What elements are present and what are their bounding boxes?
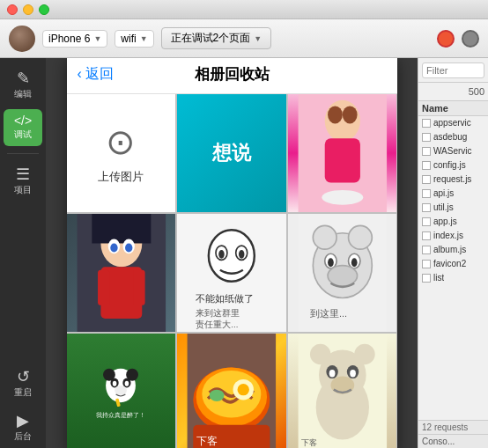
device-dropdown-arrow: ▼ xyxy=(93,34,101,43)
upload-cell[interactable]: ⊙ 上传图片 xyxy=(67,94,176,212)
file-name: request.js xyxy=(433,174,471,184)
panda-cell[interactable]: 我持众真是醉了！ xyxy=(67,334,176,449)
svg-point-20 xyxy=(218,250,225,259)
status-dropdown-arrow: ▼ xyxy=(254,34,262,43)
file-checkbox[interactable] xyxy=(422,133,431,142)
file-name: api.js xyxy=(433,188,454,198)
meme2-cell[interactable]: 到这里... xyxy=(288,214,397,332)
file-item[interactable]: util.js xyxy=(418,201,488,215)
sidebar-console-label: 后台 xyxy=(14,430,32,443)
xiangshuo-cell[interactable]: 想说 xyxy=(177,94,286,212)
bear-meme-image: 下客 xyxy=(288,334,397,449)
sidebar-divider-1 xyxy=(7,153,39,154)
restart-icon: ↺ xyxy=(17,369,30,385)
filter-bar xyxy=(418,58,488,83)
file-name: config.js xyxy=(433,160,466,170)
file-checkbox[interactable] xyxy=(422,217,431,226)
panda-image: 我持众真是醉了！ xyxy=(67,334,176,449)
sidebar-debug-label: 调试 xyxy=(14,129,32,141)
back-chevron-icon: ‹ xyxy=(78,66,82,82)
girl-image xyxy=(288,94,397,212)
svg-rect-8 xyxy=(92,214,151,244)
file-item[interactable]: list xyxy=(418,271,488,285)
file-item[interactable]: album.js xyxy=(418,243,488,257)
file-item[interactable]: favicon2 xyxy=(418,257,488,271)
file-checkbox[interactable] xyxy=(422,231,431,240)
file-checkbox[interactable] xyxy=(422,161,431,170)
svg-point-2 xyxy=(328,106,343,123)
file-checkbox[interactable] xyxy=(422,274,431,283)
girl-cell[interactable] xyxy=(288,94,397,212)
svg-text:责任重大...: 责任重大... xyxy=(196,319,238,328)
file-checkbox[interactable] xyxy=(422,175,431,184)
file-item[interactable]: appservic xyxy=(418,116,488,130)
file-name: app.js xyxy=(433,217,457,226)
debug-status-button[interactable]: 正在调试2个页面 ▼ xyxy=(161,27,272,49)
debug-icon: </> xyxy=(14,114,32,127)
file-checkbox[interactable] xyxy=(422,260,431,268)
file-checkbox[interactable] xyxy=(422,147,431,156)
device-selector[interactable]: iPhone 6 ▼ xyxy=(42,30,107,48)
file-checkbox[interactable] xyxy=(422,246,431,254)
sidebar-restart-label: 重启 xyxy=(14,386,32,399)
svg-point-5 xyxy=(322,189,363,204)
file-item[interactable]: api.js xyxy=(418,187,488,201)
minimize-button[interactable] xyxy=(23,4,33,15)
phone-grid: ⊙ 上传图片 想说 xyxy=(67,94,397,449)
svg-rect-15 xyxy=(133,269,144,305)
svg-point-42 xyxy=(115,386,127,395)
file-name: util.js xyxy=(433,202,454,212)
request-count: 12 requests xyxy=(422,422,468,432)
meme1-cell[interactable]: 不能如纸做了 来到这群里 责任重大... xyxy=(177,214,286,332)
noodle-image: 下客 xyxy=(177,334,286,449)
stop-button[interactable] xyxy=(462,30,479,48)
file-item[interactable]: request.js xyxy=(418,173,488,187)
bear-meme-cell[interactable]: 下客 xyxy=(288,334,397,449)
phone-simulator-area: ‹ 返回 相册回收站 ⊙ 上传图片 想说 xyxy=(46,58,418,448)
sidebar-item-project[interactable]: ☰ 项目 xyxy=(4,161,42,202)
close-button[interactable] xyxy=(7,4,18,15)
file-item[interactable]: WAServic xyxy=(418,144,488,158)
file-checkbox[interactable] xyxy=(422,189,431,198)
right-panel: 500 Name appservicasdebugWAServicconfig.… xyxy=(418,58,488,448)
file-item[interactable]: index.js xyxy=(418,229,488,243)
file-item[interactable]: app.js xyxy=(418,215,488,229)
back-button[interactable]: ‹ 返回 xyxy=(78,65,114,84)
project-icon: ☰ xyxy=(16,166,30,182)
sidebar-item-console[interactable]: ▶ 后台 xyxy=(4,408,42,448)
sidebar-edit-label: 编辑 xyxy=(14,88,32,100)
sidebar-item-edit[interactable]: ✎ 编辑 xyxy=(4,65,42,106)
sidebar-project-label: 项目 xyxy=(14,184,32,196)
svg-point-40 xyxy=(113,380,117,386)
file-item[interactable]: asdebug xyxy=(418,130,488,144)
anime-cell[interactable] xyxy=(67,214,176,332)
file-name: album.js xyxy=(433,245,466,254)
sidebar-item-debug[interactable]: </> 调试 xyxy=(4,109,42,146)
titlebar xyxy=(0,0,488,19)
file-item[interactable]: config.js xyxy=(418,158,488,173)
panda-label: 我持众真是醉了！ xyxy=(94,411,147,420)
file-name: appservic xyxy=(433,118,471,128)
console-icon: ▶ xyxy=(17,413,29,429)
size-display: 500 xyxy=(418,83,488,101)
phone-title: 相册回收站 xyxy=(114,64,351,84)
svg-point-31 xyxy=(328,258,334,267)
svg-point-27 xyxy=(313,225,336,249)
svg-point-61 xyxy=(350,370,356,377)
network-dropdown-arrow: ▼ xyxy=(140,34,148,43)
svg-text:到这里...: 到这里... xyxy=(310,308,347,319)
sidebar-item-restart[interactable]: ↺ 重启 xyxy=(4,364,42,404)
debug-status-label: 正在调试2个页面 xyxy=(171,31,251,46)
file-checkbox[interactable] xyxy=(422,119,431,128)
svg-point-62 xyxy=(330,376,354,393)
meme2-image: 到这里... xyxy=(288,214,397,332)
maximize-button[interactable] xyxy=(39,4,49,15)
filter-input[interactable] xyxy=(422,62,484,78)
network-selector[interactable]: wifi ▼ xyxy=(115,30,153,48)
file-checkbox[interactable] xyxy=(422,203,431,212)
noodle-cell[interactable]: 下客 xyxy=(177,334,286,449)
console-tab[interactable]: Conso... xyxy=(418,434,488,448)
record-button[interactable] xyxy=(437,30,455,48)
avatar xyxy=(9,26,35,52)
file-list-header: Name xyxy=(418,101,488,116)
